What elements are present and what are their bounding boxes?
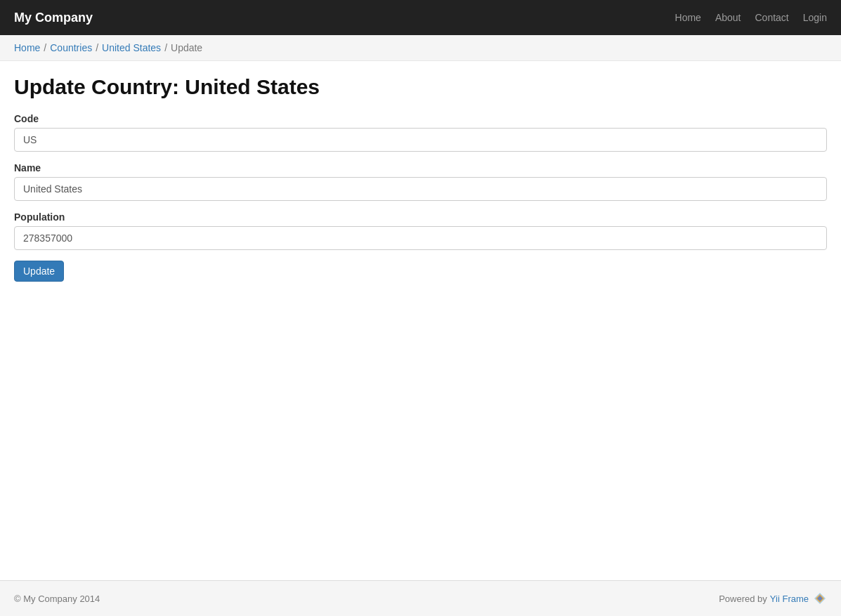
nav-link-home[interactable]: Home (675, 12, 701, 23)
breadcrumb: Home / Countries / United States / Updat… (14, 42, 827, 53)
breadcrumb-link-us[interactable]: United States (102, 42, 161, 53)
breadcrumb-separator-3: / (164, 42, 167, 53)
breadcrumb-link-countries[interactable]: Countries (50, 42, 92, 53)
nav-link-login[interactable]: Login (803, 12, 827, 23)
main-content: Update Country: United States Code Name … (0, 61, 841, 580)
code-input[interactable] (14, 128, 827, 152)
yii-link[interactable]: Yii Frame (770, 594, 809, 604)
breadcrumb-item-home: Home (14, 42, 40, 53)
footer-powered-by: Powered by Yii Frame (719, 591, 827, 605)
breadcrumb-separator-2: / (96, 42, 98, 53)
code-form-group: Code (14, 113, 827, 152)
population-form-group: Population (14, 211, 827, 250)
navbar-nav: Home About Contact Login (675, 12, 827, 23)
breadcrumb-bar: Home / Countries / United States / Updat… (0, 35, 841, 61)
yii-logo (813, 591, 827, 605)
nav-item-login: Login (803, 12, 827, 23)
nav-item-home: Home (675, 12, 701, 23)
breadcrumb-item-us: United States (102, 42, 161, 53)
nav-link-contact[interactable]: Contact (755, 12, 788, 23)
nav-item-about: About (715, 12, 741, 23)
name-input[interactable] (14, 177, 827, 201)
footer: © My Company 2014 Powered by Yii Frame (0, 580, 841, 616)
update-button[interactable]: Update (14, 261, 64, 282)
name-label: Name (14, 162, 827, 173)
breadcrumb-item-update: Update (171, 42, 202, 53)
breadcrumb-current: Update (171, 42, 202, 53)
breadcrumb-item-countries: Countries (50, 42, 92, 53)
navbar: My Company Home About Contact Login (0, 0, 841, 35)
nav-link-about[interactable]: About (715, 12, 741, 23)
breadcrumb-link-home[interactable]: Home (14, 42, 40, 53)
footer-copyright: © My Company 2014 (14, 594, 100, 604)
powered-by-text: Powered by (719, 594, 767, 604)
breadcrumb-separator-1: / (44, 42, 46, 53)
page-title: Update Country: United States (14, 75, 827, 99)
navbar-brand[interactable]: My Company (14, 11, 93, 25)
code-label: Code (14, 113, 827, 124)
name-form-group: Name (14, 162, 827, 201)
population-label: Population (14, 211, 827, 223)
update-form: Code Name Population Update (14, 113, 827, 282)
nav-item-contact: Contact (755, 12, 788, 23)
population-input[interactable] (14, 226, 827, 250)
